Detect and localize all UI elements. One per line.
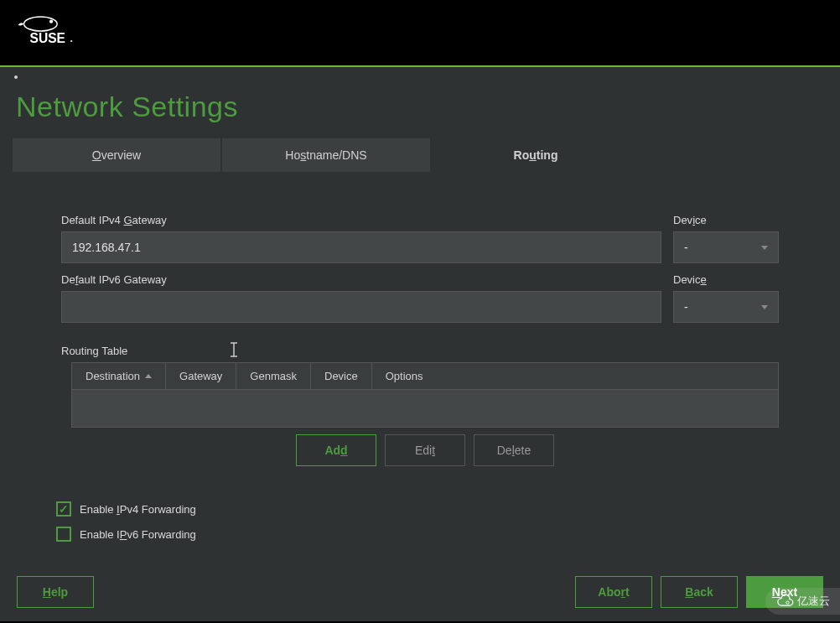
svg-text:SUSE: SUSE xyxy=(30,31,65,45)
ipv6-device-select[interactable]: - xyxy=(673,291,779,323)
svg-point-4 xyxy=(786,601,789,604)
abort-button[interactable]: Abort xyxy=(575,576,652,608)
ipv6-gateway-input[interactable] xyxy=(61,291,661,323)
col-destination[interactable]: Destination xyxy=(72,363,166,389)
routing-table-label: Routing Table xyxy=(61,345,779,357)
ipv4-device-label: Device xyxy=(673,214,779,226)
chevron-down-icon xyxy=(761,305,768,309)
cloud-icon xyxy=(777,593,794,610)
ipv4-forwarding-checkbox[interactable]: Enable IPv4 Forwarding xyxy=(56,501,779,517)
add-button[interactable]: Add xyxy=(296,434,376,466)
ipv4-gateway-input[interactable] xyxy=(61,231,661,263)
checkbox-icon xyxy=(56,501,71,517)
ipv6-gateway-label: Default IPv6 Gateway xyxy=(61,273,661,286)
main-panel: Network Settings Overview Hostname/DNS R… xyxy=(0,67,840,621)
ipv4-gateway-label: Default IPv4 Gateway xyxy=(61,214,661,226)
chevron-down-icon xyxy=(761,246,768,250)
table-body[interactable] xyxy=(72,390,778,427)
watermark: 亿速云 xyxy=(765,588,840,615)
routing-content: Default IPv4 Gateway Device - Default IP… xyxy=(13,172,827,542)
help-button[interactable]: Help xyxy=(17,576,94,608)
back-button[interactable]: Back xyxy=(661,576,738,608)
edit-button[interactable]: Edit xyxy=(385,434,465,466)
sort-asc-icon xyxy=(145,374,152,378)
svg-point-1 xyxy=(49,20,53,23)
col-device[interactable]: Device xyxy=(311,363,372,389)
footer-bar: Help Abort Back Next xyxy=(17,576,823,608)
page-title: Network Settings xyxy=(16,91,827,123)
routing-table: Destination Gateway Genmask Device Optio… xyxy=(71,362,779,428)
tab-hostname-dns[interactable]: Hostname/DNS xyxy=(222,138,430,172)
col-genmask[interactable]: Genmask xyxy=(236,363,311,389)
ipv6-device-label: Device xyxy=(673,273,779,286)
ipv6-forwarding-label: Enable IPv6 Forwarding xyxy=(80,528,196,541)
col-gateway[interactable]: Gateway xyxy=(166,363,236,389)
table-header: Destination Gateway Genmask Device Optio… xyxy=(72,363,778,390)
tab-bar: Overview Hostname/DNS Routing xyxy=(13,138,827,172)
title-bullet-icon xyxy=(14,75,18,79)
svg-point-3 xyxy=(70,40,72,42)
tab-overview[interactable]: Overview xyxy=(13,138,220,172)
ipv4-forwarding-label: Enable IPv4 Forwarding xyxy=(80,503,196,516)
col-options[interactable]: Options xyxy=(372,363,437,389)
app-header: SUSE xyxy=(0,0,840,67)
checkbox-icon xyxy=(56,527,71,542)
svg-point-0 xyxy=(24,17,58,31)
delete-button[interactable]: Delete xyxy=(474,434,554,466)
ipv6-forwarding-checkbox[interactable]: Enable IPv6 Forwarding xyxy=(56,527,779,542)
suse-logo: SUSE xyxy=(17,10,88,55)
ipv4-device-select[interactable]: - xyxy=(673,231,779,263)
tab-routing[interactable]: Routing xyxy=(432,138,640,172)
